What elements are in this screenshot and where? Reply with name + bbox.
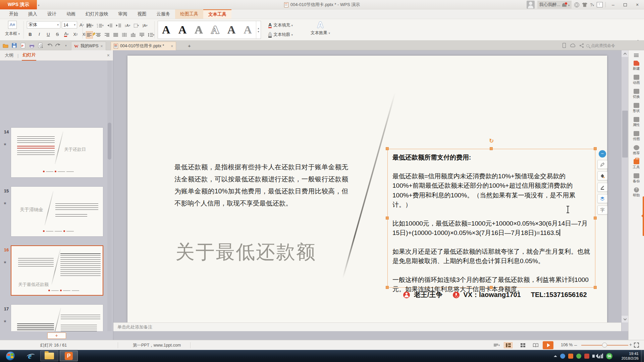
slide-body-text[interactable]: 最低还款额，是指根据有些持卡人在还款日对于账单金额无法全额还款，可以按最低还款额… [174,161,348,209]
tab-current-document[interactable]: 004-010节信用卡.pptx * × [111,42,176,50]
notes-bar[interactable]: 单击此处添加备注 [113,322,628,331]
export-pdf-icon[interactable]: P [20,43,26,48]
tab-home[interactable]: 开始 [4,9,23,19]
edit-style-button[interactable] [597,160,607,169]
decrease-indent-button[interactable] [106,22,113,29]
text-fill-button[interactable]: 文本填充 [273,22,293,28]
tab-drawing-tools[interactable]: 绘图工具 [175,9,203,19]
selected-textbox[interactable]: 最低还款额所需支付的费用: 最低还款额=信用额度内未还消费款的10%+预借现金交… [387,149,595,288]
slide-thumbnail-17[interactable]: 关于账单分期 [11,304,103,331]
new-tab-button[interactable]: + [188,43,191,49]
distribute-text-button[interactable] [121,31,128,39]
collapse-toolbar-button[interactable]: − [599,150,606,158]
tab-insert[interactable]: 插入 [23,9,42,19]
fill-color-button[interactable] [597,171,607,180]
tab-slides[interactable]: 幻灯片 [22,50,36,61]
resize-handle-sw[interactable] [386,286,389,289]
zoom-out-button[interactable]: – [574,342,577,348]
align-center-button[interactable] [95,31,102,39]
tab-slideshow[interactable]: 幻灯片放映 [80,9,113,19]
network-status-icon[interactable] [574,2,579,7]
quick-access-dropdown-icon[interactable] [63,43,69,48]
tab-review[interactable]: 审阅 [113,9,132,19]
close-button[interactable]: × [633,1,642,8]
font-family-select[interactable]: 宋体 [27,21,60,28]
hidden-icons-button[interactable] [554,354,557,357]
user-account-button[interactable]: 我心我醉... [537,1,572,9]
slide-sorter-button[interactable] [519,342,527,348]
resize-handle-n[interactable] [490,147,493,150]
undo-icon[interactable] [47,43,53,48]
command-search-box[interactable]: 点此查找命令 [586,42,637,49]
insert-textbox-button[interactable]: A≡ 文本框 [3,21,22,37]
save-icon[interactable] [11,43,17,48]
space-after-button[interactable] [139,31,145,39]
panel-scrollbar-thumb[interactable] [108,123,111,160]
start-button[interactable] [1,351,19,361]
panel-close-icon[interactable]: × [107,53,110,58]
sidebar-item-recommend[interactable]: 推荐 [629,145,644,156]
sidebar-indicator-arrow[interactable] [640,215,643,217]
sidebar-item-animation[interactable]: 动画 [629,75,644,85]
text-effect-button[interactable]: 文本效果 [309,30,332,36]
notes-toggle-button[interactable] [492,342,501,348]
tab-close-icon[interactable]: × [100,44,103,49]
sidebar-menu-icon[interactable] [634,54,639,57]
align-left-button[interactable] [86,31,93,39]
fit-slide-button[interactable] [634,343,639,348]
wordart-style-6[interactable]: A [244,23,252,36]
slide-thumbnail-14[interactable]: 关于还款日 [11,127,103,178]
sidebar-item-transition[interactable]: 切换 [629,89,644,99]
strikethrough-button[interactable]: S [54,31,61,38]
wordart-style-3[interactable]: A [195,23,203,36]
slide-canvas[interactable]: 最低还款额，是指根据有些持卡人在还款日对于账单金额无法全额还款，可以按最低还款额… [127,56,607,324]
volume-icon[interactable] [592,355,595,358]
wordart-style-2[interactable]: A [178,23,187,36]
sidebar-item-upload-image[interactable]: 传图 [629,131,644,141]
tab-design[interactable]: 设计 [42,9,61,19]
line-spacing-button[interactable] [147,31,155,39]
tray-wps-cloud-icon[interactable] [568,354,573,359]
tab-outline[interactable]: 大纲 [4,50,14,60]
tab-cloud[interactable]: 云服务 [152,9,175,19]
play-slideshow-button[interactable] [543,341,553,349]
redo-icon[interactable] [55,43,60,48]
bold-button[interactable]: B [27,31,34,38]
resize-handle-e[interactable] [594,217,597,220]
increase-indent-button[interactable] [115,22,122,29]
numbered-list-button[interactable] [96,22,105,29]
tab-text-tools[interactable]: 文本工具 [203,9,231,19]
rotate-handle[interactable]: ↻ [489,137,494,144]
slide-title[interactable]: 关于最低还款额 [175,239,316,265]
sidebar-item-shapes[interactable]: 形状 [629,103,644,113]
zoom-slider-thumb[interactable] [602,343,607,348]
taskbar-explorer-button[interactable] [40,351,58,361]
share-icon[interactable] [579,43,584,48]
tab-wps-home[interactable]: W 我的WPS × [71,42,106,50]
tray-safety-icon[interactable] [576,354,581,359]
resize-handle-nw[interactable] [386,147,389,150]
security-score-badge[interactable]: 56 [606,353,612,359]
text-settings-button[interactable]: 字 [597,205,607,215]
taskbar-wps-button[interactable]: P [60,351,78,361]
main-scrollbar[interactable] [621,50,628,331]
italic-button[interactable]: I [36,31,43,38]
align-right-button[interactable] [104,31,110,39]
resize-handle-ne[interactable] [594,147,597,150]
tray-app-icon[interactable] [584,354,589,359]
sidebar-item-backup[interactable]: 备份 [629,173,644,184]
open-file-icon[interactable] [3,43,8,48]
resize-handle-s[interactable] [490,286,493,289]
mobile-view-icon[interactable] [561,43,567,48]
bullet-list-button[interactable] [86,22,94,29]
minimize-button[interactable]: – [608,1,618,8]
hide-ribbon-icon[interactable] [597,2,603,7]
tab-view[interactable]: 视图 [132,9,152,19]
font-color-button[interactable]: A [63,31,70,38]
print-preview-icon[interactable] [38,43,43,48]
cloud-sync-icon[interactable] [570,43,576,48]
taskbar-clock[interactable]: 19:41 2018/2/26 [622,351,639,361]
resize-handle-se[interactable] [594,286,597,289]
outline-color-button[interactable] [597,183,607,192]
taskbar-ie-button[interactable]: e [21,351,39,361]
